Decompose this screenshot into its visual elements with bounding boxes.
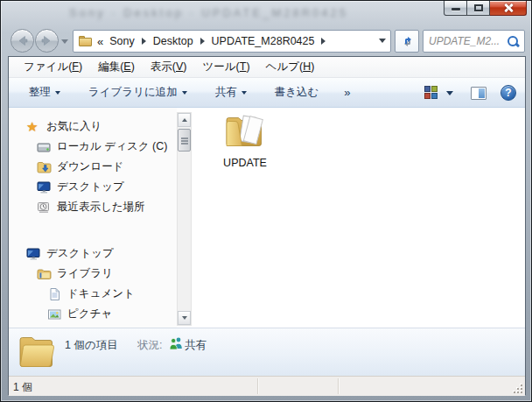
search-box	[423, 30, 525, 53]
search-input[interactable]	[424, 35, 507, 47]
status-bar: 1 個	[9, 376, 525, 396]
window-controls	[444, 1, 527, 16]
item-count-text: 1 個の項目	[65, 338, 118, 353]
close-icon	[503, 3, 514, 13]
pictures-icon	[47, 307, 62, 321]
maximize-button[interactable]	[467, 1, 490, 16]
command-toolbar: 整理 ライブラリに追加 共有 書き込む » ?	[9, 78, 525, 108]
chevron-down-icon	[55, 91, 60, 95]
desktop-icon	[37, 180, 52, 194]
breadcrumb-separator-icon[interactable]	[200, 38, 205, 45]
scrollbar-thumb[interactable]	[178, 129, 191, 152]
shared-people-icon	[169, 336, 184, 349]
sidebar-item-documents[interactable]: ドキュメント	[9, 284, 177, 304]
sidebar-item-pictures[interactable]: ピクチャ	[9, 304, 177, 324]
file-item-update-folder[interactable]: UPDATE	[214, 111, 276, 169]
download-folder-icon	[37, 160, 52, 174]
file-list-area[interactable]: UPDATE	[192, 108, 525, 328]
sidebar-group-gap	[9, 217, 177, 243]
sidebar-scrollbar[interactable]	[177, 112, 192, 326]
menu-edit[interactable]: 編集(E)	[90, 57, 143, 77]
change-view-icon[interactable]	[424, 86, 439, 100]
title-bar[interactable]: Sony · Desktop · UPDATE_M28R0425	[1, 1, 531, 25]
preview-pane-icon[interactable]	[471, 87, 486, 100]
burn-button[interactable]: 書き込む	[267, 81, 327, 104]
maximize-icon	[474, 4, 483, 11]
sidebar-item-downloads[interactable]: ダウンロード	[9, 157, 177, 177]
statusbar-item-count: 1 個	[13, 380, 32, 395]
window-body: ファイル(F) 編集(E) 表示(V) ツール(T) ヘルプ(H) 整理 ライブ…	[8, 56, 526, 395]
toolbar-overflow-chevron[interactable]: »	[339, 82, 355, 102]
back-button[interactable]	[10, 29, 34, 53]
sidebar-item-desktop-favorite[interactable]: デスクトップ	[9, 177, 177, 197]
search-icon[interactable]	[507, 35, 520, 48]
menu-file[interactable]: ファイル(F)	[16, 57, 90, 77]
organize-button[interactable]: 整理	[21, 81, 68, 104]
scroll-down-icon[interactable]	[178, 311, 191, 325]
statusbar-divider	[338, 378, 339, 394]
add-to-library-button[interactable]: ライブラリに追加	[80, 81, 195, 104]
address-dropdown-icon[interactable]	[379, 39, 386, 43]
statusbar-divider	[257, 378, 258, 394]
folder-with-files-icon	[223, 111, 267, 152]
menu-view[interactable]: 表示(V)	[143, 57, 195, 77]
drive-icon	[37, 140, 52, 154]
breadcrumb-item-sony[interactable]: Sony	[105, 35, 139, 47]
minimize-icon	[452, 8, 460, 11]
sidebar-item-favorites[interactable]: ★ お気に入り	[9, 116, 177, 137]
refresh-icon	[400, 34, 414, 48]
toolbar-right-group: ?	[424, 78, 516, 108]
desktop-icon	[26, 247, 41, 261]
back-arrow-icon	[11, 30, 33, 52]
title-ghost-text: Sony · Desktop · UPDATE_M28R0425	[69, 6, 348, 19]
file-name-label: UPDATE	[214, 157, 276, 169]
current-folder-icon	[15, 332, 59, 372]
resize-grip[interactable]	[513, 384, 523, 394]
menu-bar: ファイル(F) 編集(E) 表示(V) ツール(T) ヘルプ(H)	[9, 57, 525, 78]
breadcrumb-item-desktop[interactable]: Desktop	[149, 35, 198, 47]
forward-button[interactable]	[35, 29, 59, 53]
breadcrumb-overflow[interactable]: «	[97, 35, 103, 48]
minimize-button[interactable]	[444, 1, 467, 16]
breadcrumb-separator-icon[interactable]	[142, 38, 146, 45]
scroll-up-icon[interactable]	[178, 113, 191, 127]
address-bar[interactable]: « Sony Desktop UPDATE_M28R0425	[73, 30, 391, 53]
close-button[interactable]	[490, 1, 527, 16]
navigation-pane: ★ お気に入り ローカル ディスク (C) ダウンロード	[9, 108, 177, 328]
change-view-dropdown-icon[interactable]	[446, 91, 453, 95]
content-area: ★ お気に入り ローカル ディスク (C) ダウンロード	[9, 108, 525, 328]
breadcrumb-separator-icon[interactable]	[321, 38, 326, 45]
menu-tools[interactable]: ツール(T)	[195, 57, 258, 77]
status-label: 状況:	[137, 338, 162, 353]
recent-places-icon	[37, 201, 52, 215]
sidebar-item-desktop-tree[interactable]: デスクトップ	[9, 243, 177, 264]
sidebar-item-local-disk[interactable]: ローカル ディスク (C)	[9, 137, 177, 157]
navigation-bar: « Sony Desktop UPDATE_M28R0425	[1, 25, 531, 57]
menu-help[interactable]: ヘルプ(H)	[258, 57, 323, 77]
chevron-down-icon	[182, 91, 187, 95]
forward-arrow-icon	[36, 30, 58, 52]
star-icon: ★	[26, 120, 41, 134]
explorer-window: Sony · Desktop · UPDATE_M28R0425 « Sony …	[0, 0, 532, 402]
share-button[interactable]: 共有	[207, 81, 255, 104]
help-icon[interactable]: ?	[500, 85, 516, 101]
refresh-button[interactable]	[395, 30, 419, 53]
chevron-down-icon	[242, 91, 247, 95]
document-icon	[47, 287, 62, 301]
sidebar-item-recent-places[interactable]: 最近表示した場所	[9, 197, 177, 217]
breadcrumb-item-current-folder[interactable]: UPDATE_M28R0425	[207, 35, 319, 47]
sidebar-item-libraries[interactable]: ライブラリ	[9, 264, 177, 284]
address-folder-icon	[79, 36, 92, 46]
status-value: 共有	[185, 338, 206, 353]
libraries-icon	[37, 267, 52, 281]
details-pane: 1 個の項目 状況: 共有	[9, 328, 525, 376]
recent-pages-chevron-icon[interactable]	[61, 39, 68, 44]
